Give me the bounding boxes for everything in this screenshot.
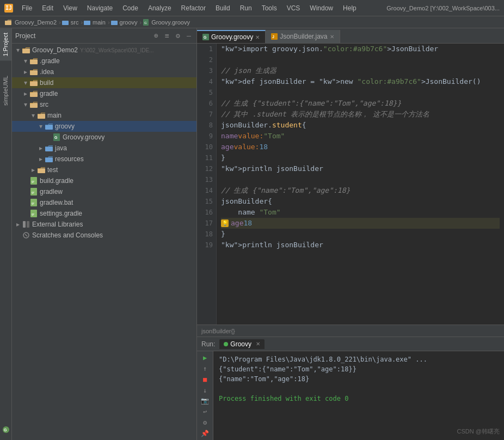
tree-arrow[interactable]: ▸ [29,166,37,174]
breadcrumb-groovy-folder[interactable]: groovy [120,19,138,26]
hide-button[interactable]: — [185,32,193,40]
code-editor[interactable]: 12345678910111213141516171819 "kw">impor… [197,44,504,325]
svg-rect-2 [84,21,90,25]
menu-view[interactable]: View [59,3,82,13]
tab-groovy-close[interactable]: ✕ [255,34,260,40]
tree-icon-folder [29,89,38,98]
project-tree: ▾Groovy_Demo2Y:\002_WorkSpace\003_IDE...… [12,44,196,440]
tree-item-test[interactable]: ▸test [12,164,196,175]
line-number-18: 18 [197,229,213,240]
tree-arrow[interactable]: ▾ [29,112,37,119]
run-tab-groovy[interactable]: Groovy ✕ [219,339,265,349]
tab-jsonbuilder-java[interactable]: J JsonBuilder.java ✕ [266,30,340,43]
line-number-5: 5 [197,87,213,98]
tree-arrow[interactable]: ▾ [22,79,29,87]
menu-vcs[interactable]: VCS [282,3,305,13]
menu-file[interactable]: File [17,3,36,13]
tree-item-settings.gradle[interactable]: grsettings.gradle [12,208,196,219]
watermark: CSDN @韩曙亮 [457,427,500,436]
tree-item-groovy[interactable]: ▾groovy [12,121,196,132]
svg-rect-30 [27,221,29,228]
code-line-18: } [221,229,500,240]
menu-window[interactable]: Window [305,3,337,13]
tree-item-external-libraries[interactable]: ▸External Libraries [12,219,196,230]
settings-button[interactable]: ⚙ [174,32,182,40]
tree-label: groovy [55,123,75,130]
tree-arrow[interactable]: ▸ [14,221,22,228]
tree-label: build [40,79,53,87]
add-button[interactable]: ⊕ [152,32,161,40]
tree-item-groovy_demo2[interactable]: ▾Groovy_Demo2Y:\002_WorkSpace\003_IDE... [12,45,196,56]
code-content[interactable]: "kw">import groovy.json."color:#a9b7c6">… [217,44,504,325]
tree-item-java[interactable]: ▸java [12,143,196,154]
breadcrumb-file[interactable]: Groovy.groovy [151,19,190,26]
svg-rect-14 [38,114,45,119]
sidebar-tab-project[interactable]: 1:Project [0,28,11,60]
tree-item-gradlew[interactable]: grgradlew [12,186,196,197]
run-wrap-button[interactable]: ↩ [200,407,211,416]
breadcrumb-main[interactable]: main [93,19,106,26]
tree-item-src[interactable]: ▾src [12,99,196,110]
breadcrumb-src[interactable]: src [71,19,79,26]
tree-item-gradle[interactable]: ▸gradle [12,88,196,99]
run-screenshot-button[interactable]: 📷 [200,397,211,406]
tree-arrow[interactable]: ▾ [22,101,29,108]
svg-rect-3 [111,21,118,25]
tree-icon-groovy: G [52,133,61,142]
svg-text:G: G [144,21,147,25]
menu-tools[interactable]: Tools [257,3,281,13]
run-play-button[interactable]: ▶ [200,353,211,362]
line-number-2: 2 [197,54,213,65]
breadcrumb-project[interactable]: Groovy_Demo2 [15,19,57,26]
tree-arrow[interactable]: ▸ [37,144,45,152]
tree-arrow[interactable]: ▸ [37,155,45,163]
run-scroll-up[interactable]: ↑ [200,364,211,373]
tree-arrow[interactable]: ▾ [37,123,45,130]
svg-text:G: G [4,428,7,432]
run-scroll-down[interactable]: ↓ [200,386,211,395]
app-icon: IJ [4,4,13,13]
svg-text:gr: gr [32,201,34,205]
menu-navigate[interactable]: Navigate [83,3,117,13]
sidebar-tabs: 1:Project simpleUML G [0,28,12,440]
tab-java-close[interactable]: ✕ [330,34,334,40]
tree-arrow[interactable]: ▸ [22,68,29,76]
run-settings-button[interactable]: ⚙ [200,418,211,427]
line-number-11: 11 [197,152,213,163]
tree-item-.gradle[interactable]: ▾.gradle [12,56,196,66]
svg-rect-11 [30,81,38,86]
tree-item-main[interactable]: ▾main [12,110,196,121]
tree-item-build[interactable]: ▾build [12,77,196,88]
run-panel: Run: Groovy ✕ ▶ ↑ ■ ↓ 📷 ↩ ⚙ 📌 [197,337,504,440]
tree-item-scratches-and-consoles[interactable]: Scratches and Consoles [12,230,196,241]
menu-run[interactable]: Run [236,3,256,13]
tree-item-gradlew.bat[interactable]: grgradlew.bat [12,197,196,208]
svg-rect-10 [30,70,38,75]
tree-item-.idea[interactable]: ▸.idea [12,66,196,77]
run-tab-close[interactable]: ✕ [256,341,260,347]
menu-build[interactable]: Build [211,3,235,13]
run-stop-button[interactable]: ■ [200,375,211,384]
menu-refactor[interactable]: Refactor [177,3,210,13]
menu-code[interactable]: Code [118,3,143,13]
tree-arrow[interactable]: ▸ [22,90,29,97]
bulb-icon[interactable]: 💡 [221,219,229,227]
sidebar-tab-simpleuml[interactable]: simpleUML [0,71,11,110]
run-pin-button[interactable]: 📌 [200,429,211,438]
line-number-17: 17 [197,218,213,229]
tree-label: Scratches and Consoles [32,231,103,239]
code-line-13 [221,174,500,185]
tree-item-build.gradle[interactable]: grbuild.gradle [12,175,196,186]
menu-help[interactable]: Help [339,3,361,13]
tree-item-resources[interactable]: ▸resources [12,154,196,164]
menu-edit[interactable]: Edit [38,3,58,13]
folder-src-icon [62,19,69,26]
tree-arrow[interactable]: ▾ [22,57,29,65]
menu-analyze[interactable]: Analyze [144,3,176,13]
collapse-button[interactable]: ≡ [163,32,171,40]
tree-arrow[interactable]: ▾ [14,46,22,54]
tree-icon-folder-blue [45,155,53,163]
code-line-7: // 其中 .student 表示的是根节点的名称， 这不是一个方法名 [221,109,500,120]
tab-groovy-groovy[interactable]: G Groovy.groovy ✕ [197,30,266,43]
tree-item-groovy.groovy[interactable]: GGroovy.groovy [12,132,196,143]
